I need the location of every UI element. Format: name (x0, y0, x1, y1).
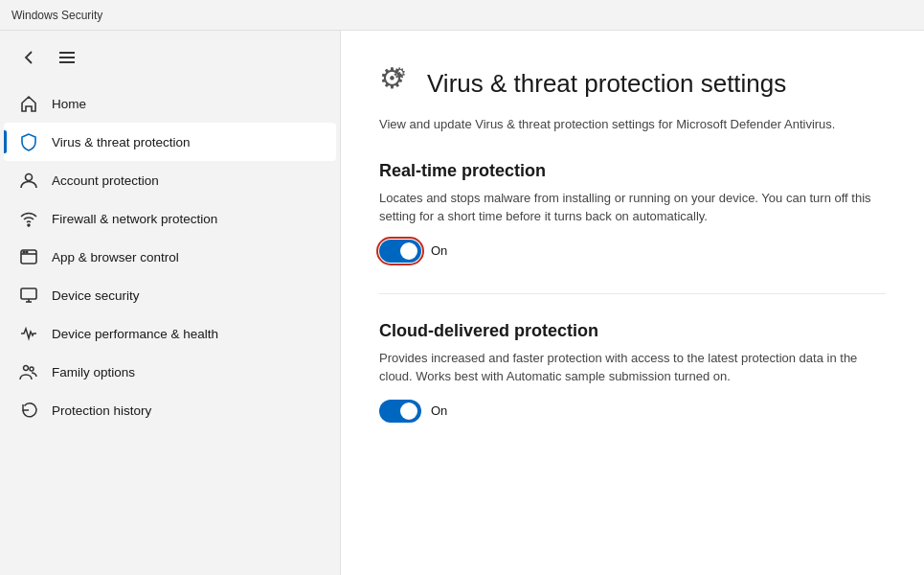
cloud-desc: Provides increased and faster protection… (379, 349, 886, 386)
section-divider (379, 293, 886, 294)
svg-point-4 (28, 224, 30, 226)
sidebar-label-virus: Virus & threat protection (52, 135, 191, 150)
cloud-toggle-row: On (379, 400, 886, 423)
svg-point-8 (26, 251, 28, 253)
page-subtitle: View and update Virus & threat protectio… (379, 115, 886, 134)
cloud-section: Cloud-delivered protection Provides incr… (379, 321, 886, 423)
history-icon (19, 401, 38, 420)
home-icon (19, 94, 38, 113)
shield-icon (19, 132, 38, 151)
cloud-title: Cloud-delivered protection (379, 321, 886, 341)
content-area: ⚙ ⚙ Virus & threat protection settings V… (340, 31, 924, 575)
app-title: Windows Security (11, 9, 102, 22)
title-bar: Windows Security (0, 0, 924, 31)
family-icon (19, 362, 38, 381)
svg-point-7 (23, 251, 25, 253)
realtime-title: Real-time protection (379, 161, 886, 181)
person-icon (19, 171, 38, 190)
sidebar-item-firewall[interactable]: Firewall & network protection (4, 199, 336, 238)
sidebar-label-device-security: Device security (52, 288, 140, 303)
sidebar-item-app[interactable]: App & browser control (4, 238, 336, 276)
svg-point-12 (24, 366, 29, 371)
sidebar-label-account: Account protection (52, 173, 159, 188)
sidebar-item-account[interactable]: Account protection (4, 161, 336, 199)
sidebar-item-virus[interactable]: Virus & threat protection (4, 123, 336, 161)
wifi-icon (19, 209, 38, 228)
realtime-toggle-row: On (379, 240, 886, 263)
sidebar-label-firewall: Firewall & network protection (52, 212, 217, 226)
realtime-desc: Locates and stops malware from installin… (379, 189, 886, 226)
sidebar-label-family: Family options (52, 365, 135, 380)
main-layout: Home Virus & threat protection Account p… (0, 31, 924, 575)
menu-button[interactable] (54, 44, 80, 75)
cloud-toggle[interactable] (379, 400, 421, 423)
realtime-toggle[interactable] (379, 240, 421, 263)
realtime-toggle-label: On (431, 243, 447, 258)
page-header-icon: ⚙ ⚙ (379, 61, 416, 105)
page-title: Virus & threat protection settings (427, 69, 786, 99)
svg-point-3 (26, 174, 33, 181)
monitor-icon (19, 286, 38, 305)
svg-rect-1 (59, 57, 75, 58)
back-button[interactable] (15, 44, 42, 75)
realtime-section: Real-time protection Locates and stops m… (379, 161, 886, 263)
sidebar-label-app: App & browser control (52, 250, 179, 264)
sidebar-top (0, 38, 340, 80)
sidebar-label-history: Protection history (52, 403, 151, 418)
health-icon (19, 324, 38, 343)
sidebar-item-device-security[interactable]: Device security (4, 276, 336, 314)
svg-rect-2 (59, 61, 75, 63)
svg-text:⚙: ⚙ (393, 65, 406, 81)
sidebar-item-family[interactable]: Family options (4, 353, 336, 391)
sidebar: Home Virus & threat protection Account p… (0, 31, 340, 575)
cloud-toggle-label: On (431, 403, 447, 418)
sidebar-item-home[interactable]: Home (4, 84, 336, 123)
app-icon (19, 247, 38, 266)
sidebar-item-history[interactable]: Protection history (4, 391, 336, 429)
svg-rect-0 (59, 52, 75, 54)
sidebar-label-home: Home (52, 97, 86, 111)
page-header: ⚙ ⚙ Virus & threat protection settings (379, 61, 886, 105)
sidebar-label-device-health: Device performance & health (52, 327, 218, 341)
svg-point-13 (30, 367, 34, 371)
svg-rect-9 (21, 288, 36, 299)
sidebar-item-device-health[interactable]: Device performance & health (4, 314, 336, 353)
